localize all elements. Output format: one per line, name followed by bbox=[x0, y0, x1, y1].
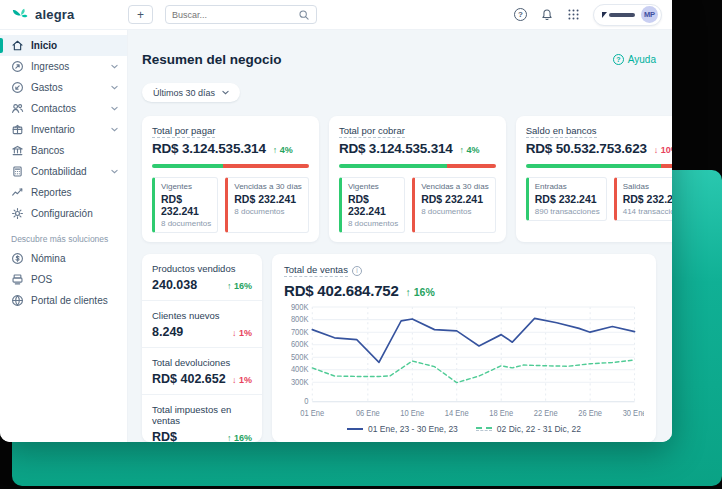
summary-card-delta: ↑ 4% bbox=[460, 145, 480, 155]
sidebar-item-icon bbox=[11, 186, 24, 199]
summary-card-value: RD$ 3.124.535.314 bbox=[152, 141, 266, 156]
date-range-label: Últimos 30 días bbox=[153, 88, 215, 98]
bell-icon[interactable] bbox=[540, 8, 554, 22]
sidebar-item-configuracion[interactable]: Configuración bbox=[0, 203, 127, 224]
stat-clientes-nuevos: Clientes nuevos 8.249 ↓ 1% bbox=[142, 300, 262, 347]
series-line-current bbox=[312, 318, 634, 362]
stat-value: 8.249 bbox=[152, 325, 183, 339]
sidebar-item-contabilidad[interactable]: Contabilidad bbox=[0, 161, 127, 182]
stat-label: Productos vendidos bbox=[152, 263, 252, 274]
svg-text:22 Ene: 22 Ene bbox=[534, 409, 558, 418]
summary-card-title[interactable]: Saldo en bancos bbox=[526, 125, 597, 138]
sidebar-item-pos[interactable]: POS bbox=[0, 269, 127, 290]
summary-card-title[interactable]: Total por cobrar bbox=[339, 125, 405, 138]
sidebar-item-icon bbox=[11, 273, 24, 286]
sub-metric-vencidas-a-30-dias: Vencidas a 30 días RD$ 232.241 8 documen… bbox=[225, 177, 309, 233]
stat-productos-vendidos: Productos vendidos 240.038 ↑ 16% bbox=[142, 254, 262, 300]
sidebar-item-icon bbox=[11, 123, 24, 136]
sidebar-item-portal-de-clientes[interactable]: Portal de clientes bbox=[0, 290, 127, 311]
summary-cards-row: Total por pagar RD$ 3.124.535.314 ↑ 4% V… bbox=[142, 116, 656, 242]
stat-delta: ↑ 16% bbox=[227, 433, 252, 442]
chart-legend: 01 Ene, 23 - 30 Ene, 2302 Dic, 22 - 31 D… bbox=[284, 422, 644, 437]
legend-line-sample bbox=[347, 428, 363, 430]
sidebar-item-icon bbox=[11, 165, 24, 178]
help-link[interactable]: ? Ayuda bbox=[613, 54, 656, 65]
ratio-bar-green bbox=[339, 164, 447, 168]
info-icon[interactable]: i bbox=[352, 266, 362, 276]
summary-card-total-por-cobrar: Total por cobrar RD$ 3.124.535.314 ↑ 4% … bbox=[329, 116, 506, 242]
svg-text:10 Ene: 10 Ene bbox=[400, 409, 424, 418]
sidebar-item-icon bbox=[11, 60, 24, 73]
legend-label: 01 Ene, 23 - 30 Ene, 23 bbox=[368, 424, 458, 434]
avatar[interactable]: MP bbox=[641, 6, 658, 23]
sidebar-item-reportes[interactable]: Reportes bbox=[0, 182, 127, 203]
sub-metric-entradas: Entradas RD$ 232.241 890 transacciones bbox=[526, 177, 607, 221]
sidebar-item-contactos[interactable]: Contactos bbox=[0, 98, 127, 119]
chevron-down-icon bbox=[111, 64, 118, 69]
app-body: Inicio Ingresos Gastos Contactos Inventa… bbox=[0, 30, 672, 442]
ratio-bar-green bbox=[152, 164, 223, 168]
topbar: alegra + ? bbox=[0, 0, 672, 30]
chart-title[interactable]: Total de ventas bbox=[284, 264, 348, 277]
sub-metrics: Entradas RD$ 232.241 890 transacciones S… bbox=[526, 177, 672, 221]
svg-text:14 Ene: 14 Ene bbox=[445, 409, 469, 418]
summary-card-delta: ↓ 10% bbox=[654, 145, 672, 155]
summary-card-total-por-pagar: Total por pagar RD$ 3.124.535.314 ↑ 4% V… bbox=[142, 116, 319, 242]
sidebar-item-gastos[interactable]: Gastos bbox=[0, 77, 127, 98]
help-icon[interactable]: ? bbox=[514, 8, 527, 21]
sidebar-item-ingresos[interactable]: Ingresos bbox=[0, 56, 127, 77]
main-content: Resumen del negocio ? Ayuda Últimos 30 d… bbox=[128, 30, 672, 442]
account-menu[interactable]: MP bbox=[593, 4, 662, 26]
sidebar-item-bancos[interactable]: Bancos bbox=[0, 140, 127, 161]
marketing-canvas: alegra + ? bbox=[0, 0, 722, 489]
sidebar-item-label: Inventario bbox=[31, 124, 75, 135]
stat-label: Clientes nuevos bbox=[152, 310, 252, 321]
svg-text:700K: 700K bbox=[291, 328, 309, 337]
summary-card-saldo-en-bancos: Saldo en bancos RD$ 50.532.753.623 ↓ 10%… bbox=[516, 116, 672, 242]
stat-value: RD$ 402.652 bbox=[152, 372, 226, 386]
sales-line-chart: 01 Ene06 Ene10 Ene14 Ene18 Ene22 Ene26 E… bbox=[284, 302, 644, 422]
sidebar-item-icon bbox=[11, 81, 24, 94]
alegra-leaf-icon bbox=[12, 7, 30, 22]
alegra-logo[interactable]: alegra bbox=[12, 7, 128, 22]
summary-card-title[interactable]: Total por pagar bbox=[152, 125, 215, 138]
sidebar-item-label: POS bbox=[31, 274, 52, 285]
stat-total-devoluciones: Total devoluciones RD$ 402.652 ↓ 1% bbox=[142, 347, 262, 394]
search-box[interactable] bbox=[165, 5, 317, 24]
svg-text:0: 0 bbox=[304, 397, 309, 406]
chevron-down-icon bbox=[111, 85, 118, 90]
quick-add-button[interactable]: + bbox=[128, 5, 153, 24]
svg-text:26 Ene: 26 Ene bbox=[578, 409, 602, 418]
svg-text:600K: 600K bbox=[291, 340, 309, 349]
date-range-filter[interactable]: Últimos 30 días bbox=[142, 83, 240, 102]
svg-text:400K: 400K bbox=[291, 365, 309, 374]
sidebar-item-label: Gastos bbox=[31, 82, 63, 93]
svg-text:06 Ene: 06 Ene bbox=[356, 409, 380, 418]
sidebar-item-inicio[interactable]: Inicio bbox=[0, 35, 127, 56]
sub-metric-value: RD$ 232.241 bbox=[161, 193, 211, 217]
search-input[interactable] bbox=[172, 10, 298, 20]
help-link-label: Ayuda bbox=[628, 54, 656, 65]
summary-card-value: RD$ 3.124.535.314 bbox=[339, 141, 453, 156]
sidebar-item-inventario[interactable]: Inventario bbox=[0, 119, 127, 140]
sidebar-item-nomina[interactable]: Nómina bbox=[0, 248, 127, 269]
svg-text:18 Ene: 18 Ene bbox=[489, 409, 513, 418]
stat-delta: ↓ 1% bbox=[232, 328, 252, 338]
svg-text:800K: 800K bbox=[291, 315, 309, 324]
stats-card: Productos vendidos 240.038 ↑ 16% Cliente… bbox=[142, 254, 262, 442]
sidebar: Inicio Ingresos Gastos Contactos Inventa… bbox=[0, 30, 128, 442]
sub-metric-value: RD$ 232.241 bbox=[421, 193, 489, 205]
sub-metric-vencidas-a-30-dias: Vencidas a 30 días RD$ 232.241 8 documen… bbox=[412, 177, 496, 233]
help-circle-icon: ? bbox=[613, 54, 624, 65]
sidebar-item-label: Nómina bbox=[31, 253, 65, 264]
ratio-bar-green bbox=[526, 164, 661, 168]
stat-delta: ↑ 16% bbox=[227, 281, 252, 291]
svg-text:01 Ene: 01 Ene bbox=[300, 409, 324, 418]
sub-metric-label: Vencidas a 30 días bbox=[234, 182, 302, 191]
sub-metric-caption: 890 transacciones bbox=[535, 207, 600, 216]
bottom-row: Productos vendidos 240.038 ↑ 16% Cliente… bbox=[142, 254, 656, 442]
sidebar-item-label: Contabilidad bbox=[31, 166, 87, 177]
apps-grid-icon[interactable] bbox=[567, 8, 580, 21]
sub-metric-value: RD$ 232.241 bbox=[535, 193, 600, 205]
sidebar-item-icon bbox=[11, 252, 24, 265]
